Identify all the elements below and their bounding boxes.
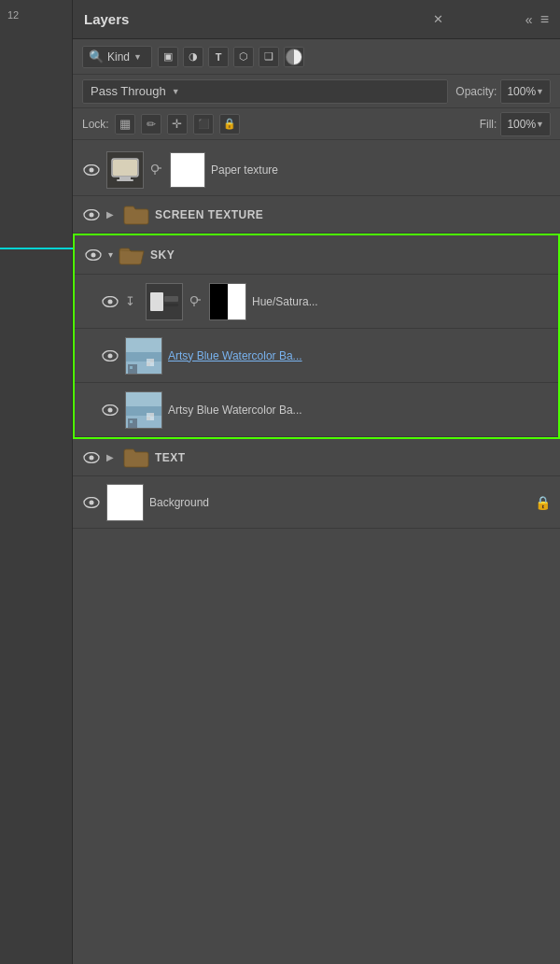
lock-paint-icon: ✏ (147, 118, 156, 131)
svg-rect-3 (119, 177, 131, 179)
thumbnail-hue-satura (146, 283, 183, 320)
shape-filter-button[interactable]: ⬡ (233, 47, 254, 67)
svg-rect-37 (126, 406, 162, 416)
opacity-value-text: 100% (507, 85, 536, 98)
image-icon: ▣ (163, 50, 173, 63)
lock-image-button[interactable]: ✏ (141, 114, 161, 135)
folder-icon-sky (119, 245, 145, 265)
sky-children: ↧ (75, 275, 558, 437)
visibility-toggle-text[interactable] (82, 448, 101, 467)
shape-icon: ⬡ (239, 50, 248, 63)
filter-toggle[interactable] (284, 47, 304, 67)
artboard-filter-button[interactable]: ❑ (259, 47, 279, 67)
layer-item-watercolor-plain[interactable]: Artsy Blue Watercolor Ba... (75, 383, 558, 437)
text-icon: T (216, 51, 222, 63)
svg-rect-30 (150, 359, 154, 362)
double-arrow-icon[interactable]: « (525, 12, 533, 27)
svg-rect-41 (150, 413, 154, 417)
thumbnail-watercolor-linked (125, 337, 162, 375)
layer-item-background[interactable]: Background 🔒 (73, 476, 560, 529)
fill-label: Fill: (480, 118, 497, 131)
panel-header: Layers ✕ « ≡ (73, 0, 560, 39)
layer-item-paper-texture[interactable]: Paper texture (73, 144, 560, 196)
visibility-toggle-screen-texture[interactable] (82, 206, 101, 224)
visibility-toggle-sky[interactable] (84, 246, 103, 264)
circle-half-icon: ◑ (189, 50, 198, 63)
blend-mode-row: Pass Through ▼ Opacity: 100% ▼ (73, 75, 560, 108)
blend-mode-dropdown[interactable]: Pass Through ▼ (82, 79, 448, 104)
lock-label: Lock: (82, 118, 109, 131)
guide-line (0, 248, 73, 249)
opacity-section: Opacity: 100% ▼ (455, 79, 551, 104)
svg-rect-32 (130, 366, 133, 369)
lock-badge-background: 🔒 (535, 495, 551, 510)
panel-header-icons: ✕ « ≡ (433, 11, 549, 28)
artboard-icon: ❑ (264, 50, 273, 63)
svg-rect-36 (126, 392, 162, 406)
group-name-sky: SKY (150, 248, 175, 262)
layer-name-hue-satura: Hue/Satura... (252, 295, 549, 308)
lock-crop-icon: ⬛ (198, 119, 209, 129)
svg-point-45 (90, 455, 94, 460)
chain-icon-hue-satura (189, 294, 203, 309)
thumbnail-watercolor-plain (125, 391, 162, 429)
panel-menu-button[interactable]: ≡ (540, 11, 549, 28)
visibility-toggle-background[interactable] (82, 493, 101, 512)
text-filter-button[interactable]: T (208, 47, 229, 67)
close-button[interactable]: ✕ (433, 12, 443, 26)
kind-label: Kind (107, 50, 130, 64)
opacity-input[interactable]: 100% ▼ (500, 79, 551, 104)
svg-rect-16 (150, 292, 163, 311)
svg-rect-29 (147, 362, 150, 366)
svg-point-14 (108, 299, 113, 304)
folder-icon-text (123, 447, 149, 468)
visibility-toggle-watercolor-linked[interactable] (101, 347, 119, 365)
panel-title: Layers (84, 11, 129, 27)
folder-icon-screen-texture (123, 205, 149, 225)
lock-transparent-button[interactable]: ▦ (115, 114, 135, 135)
visibility-toggle-paper-texture[interactable] (82, 161, 101, 179)
expand-arrow-text[interactable]: ▶ (106, 452, 118, 462)
adjustment-filter-button[interactable]: ◑ (183, 47, 203, 67)
svg-point-19 (191, 296, 198, 303)
svg-rect-4 (117, 179, 133, 181)
svg-point-47 (90, 500, 94, 504)
lock-all-button[interactable]: 🔒 (219, 114, 240, 135)
toggle-circle-icon (286, 49, 302, 65)
lock-move-icon: ✛ (172, 117, 182, 131)
svg-rect-18 (164, 304, 178, 306)
ruler-number: 12 (7, 9, 19, 21)
lock-all-icon: 🔒 (223, 118, 236, 130)
thumbnail-background (106, 484, 144, 521)
svg-point-12 (91, 252, 96, 257)
group-item-text[interactable]: ▶ TEXT (73, 439, 560, 476)
layer-name-watercolor-plain: Artsy Blue Watercolor Ba... (168, 404, 549, 417)
image-filter-button[interactable]: ▣ (158, 47, 178, 67)
collapse-arrow-sky[interactable]: ▾ (108, 249, 113, 260)
visibility-toggle-hue-satura[interactable] (101, 292, 119, 311)
layer-name-paper-texture: Paper texture (211, 163, 551, 177)
svg-rect-26 (126, 352, 162, 362)
svg-point-6 (152, 164, 159, 171)
group-item-screen-texture[interactable]: ▶ SCREEN TEXTURE (73, 196, 560, 234)
kind-dropdown[interactable]: 🔍 Kind ▼ (82, 46, 152, 68)
sky-group-container: ▾ SKY (73, 234, 560, 439)
svg-rect-5 (113, 160, 137, 176)
expand-arrow-screen-texture[interactable]: ▶ (106, 209, 118, 220)
fill-input[interactable]: 100% ▼ (500, 112, 551, 136)
fill-value-text: 100% (507, 118, 536, 131)
clip-arrow-icon: ↧ (125, 294, 140, 308)
lock-artboard-button[interactable]: ⬛ (193, 114, 214, 135)
svg-point-10 (90, 212, 94, 217)
blend-mode-value: Pass Through (91, 84, 166, 98)
visibility-toggle-watercolor-plain[interactable] (101, 401, 119, 419)
layer-item-watercolor-linked[interactable]: Artsy Blue Watercolor Ba... (75, 329, 558, 383)
hue-gradient-thumb (209, 283, 246, 320)
layer-name-watercolor-linked: Artsy Blue Watercolor Ba... (168, 349, 549, 362)
group-item-sky[interactable]: ▾ SKY (75, 235, 558, 275)
layers-list: Paper texture ▶ SCREEN TEXTURE (73, 140, 560, 532)
lock-position-button[interactable]: ✛ (167, 114, 188, 135)
search-icon: 🔍 (89, 50, 104, 64)
layer-name-background: Background (149, 496, 529, 509)
layer-item-hue-satura[interactable]: ↧ (75, 275, 558, 329)
